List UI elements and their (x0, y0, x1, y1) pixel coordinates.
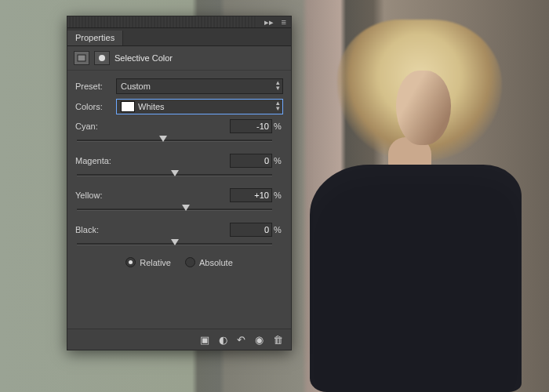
slider-value-input[interactable] (230, 223, 272, 237)
svg-rect-0 (78, 55, 85, 61)
adjustment-title: Selective Color (115, 53, 173, 63)
collapse-icon[interactable]: ▸▸ (264, 18, 274, 27)
adjustment-thumb-icon[interactable] (74, 51, 89, 65)
bg-shape (310, 165, 522, 392)
colors-select[interactable]: Whites ▴▾ (116, 99, 283, 114)
visibility-icon[interactable]: ◉ (255, 335, 264, 345)
method-relative[interactable]: Relative (125, 257, 171, 267)
method-radios: Relative Absolute (75, 257, 283, 267)
panel-footer: ▣ ◐ ↶ ◉ 🗑 (67, 328, 291, 350)
slider-black: Black:% (75, 223, 283, 249)
colors-swatch (121, 101, 135, 112)
slider-track[interactable] (77, 238, 272, 249)
slider-value-input[interactable] (230, 154, 272, 168)
slider-track[interactable] (77, 135, 272, 146)
previous-state-icon[interactable]: ◐ (219, 335, 227, 345)
panel-body: Preset: Custom ▴▾ Colors: Whites ▴▾ Cyan… (67, 71, 291, 274)
colors-label: Colors: (75, 102, 111, 111)
slider-label: Magenta: (75, 156, 230, 165)
dropdown-arrows-icon: ▴▾ (276, 80, 280, 91)
mask-thumb-icon[interactable] (94, 51, 110, 65)
preset-select[interactable]: Custom ▴▾ (116, 78, 283, 94)
radio-label: Absolute (199, 258, 233, 267)
slider-thumb[interactable] (171, 239, 179, 245)
percent-label: % (272, 122, 283, 131)
slider-label: Black: (75, 225, 230, 234)
photo-background: ▸▸ ≡ Properties Selective Color Preset: … (0, 0, 549, 392)
trash-icon[interactable]: 🗑 (273, 335, 283, 345)
slider-thumb[interactable] (182, 205, 190, 211)
slider-value-input[interactable] (230, 188, 272, 202)
percent-label: % (272, 156, 283, 165)
method-absolute[interactable]: Absolute (185, 257, 233, 267)
slider-track[interactable] (77, 204, 272, 215)
slider-magenta: Magenta:% (75, 154, 283, 180)
radio-dot-icon (125, 257, 136, 267)
clip-to-layer-icon[interactable]: ▣ (200, 335, 209, 345)
drag-handle[interactable] (67, 16, 256, 27)
panel-menu-icon[interactable]: ≡ (282, 18, 286, 27)
preset-label: Preset: (75, 82, 111, 91)
slider-thumb[interactable] (159, 136, 167, 142)
reset-icon[interactable]: ↶ (237, 335, 245, 345)
slider-label: Yellow: (75, 191, 230, 200)
percent-label: % (272, 191, 283, 200)
preset-value: Custom (121, 82, 151, 91)
adjustment-header: Selective Color (67, 46, 291, 71)
colors-value: Whites (138, 102, 165, 111)
radio-dot-icon (185, 257, 195, 267)
radio-label: Relative (140, 258, 171, 267)
slider-yellow: Yellow:% (75, 188, 283, 215)
slider-thumb[interactable] (171, 170, 179, 176)
percent-label: % (272, 225, 283, 234)
svg-point-1 (99, 55, 105, 61)
slider-track[interactable] (77, 169, 272, 180)
slider-value-input[interactable] (230, 119, 272, 133)
panel-titlebar[interactable]: ▸▸ ≡ (67, 16, 291, 28)
tab-bar: Properties (67, 28, 291, 46)
tab-properties[interactable]: Properties (67, 31, 123, 45)
slider-label: Cyan: (75, 122, 230, 131)
dropdown-arrows-icon: ▴▾ (276, 100, 280, 111)
properties-panel: ▸▸ ≡ Properties Selective Color Preset: … (67, 16, 292, 350)
slider-cyan: Cyan:% (75, 119, 283, 146)
bg-shape (396, 71, 451, 145)
